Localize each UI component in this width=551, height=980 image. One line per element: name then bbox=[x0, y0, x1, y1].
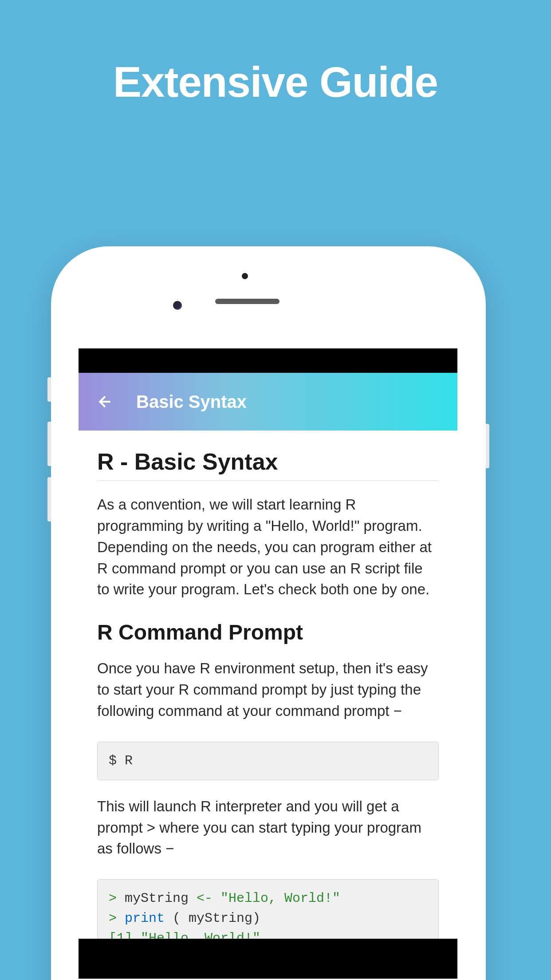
phone-sensor bbox=[242, 273, 248, 279]
code-string: "Hello, World!" bbox=[220, 891, 340, 906]
arrow-left-icon bbox=[96, 393, 114, 411]
app-header: Basic Syntax bbox=[79, 373, 457, 431]
phone-mockup: Basic Syntax R - Basic Syntax As a conve… bbox=[51, 246, 486, 980]
code-block: $ R bbox=[97, 742, 439, 780]
content-area[interactable]: R - Basic Syntax As a convention, we wil… bbox=[79, 431, 457, 939]
code-operator: <- bbox=[197, 891, 220, 906]
code-index: [1] bbox=[109, 931, 141, 939]
header-title: Basic Syntax bbox=[136, 392, 247, 412]
promo-title: Extensive Guide bbox=[0, 0, 551, 107]
body-paragraph: Once you have R environment setup, then … bbox=[97, 658, 439, 722]
code-string: "Hello, World!" bbox=[141, 931, 260, 939]
phone-screen: Basic Syntax R - Basic Syntax As a conve… bbox=[79, 348, 457, 979]
back-button[interactable] bbox=[96, 393, 114, 411]
intro-paragraph: As a convention, we will start learning … bbox=[97, 494, 439, 600]
code-prompt: > bbox=[109, 911, 125, 926]
section-heading: R Command Prompt bbox=[97, 620, 439, 644]
body-paragraph: This will launch R interpreter and you w… bbox=[97, 796, 439, 860]
phone-speaker bbox=[215, 299, 279, 304]
code-function: print bbox=[125, 911, 173, 926]
phone-mute-switch bbox=[47, 377, 51, 402]
code-args: ( myString) bbox=[173, 911, 260, 926]
code-prompt: > bbox=[109, 891, 125, 906]
phone-power-button bbox=[486, 424, 489, 468]
status-bar bbox=[79, 348, 457, 373]
article-title: R - Basic Syntax bbox=[97, 448, 439, 481]
phone-volume-down bbox=[47, 477, 51, 522]
phone-camera bbox=[173, 301, 182, 310]
code-variable: myString bbox=[125, 891, 197, 906]
phone-volume-up bbox=[47, 422, 51, 466]
code-block: > myString <- "Hello, World!" > print ( … bbox=[97, 879, 439, 939]
